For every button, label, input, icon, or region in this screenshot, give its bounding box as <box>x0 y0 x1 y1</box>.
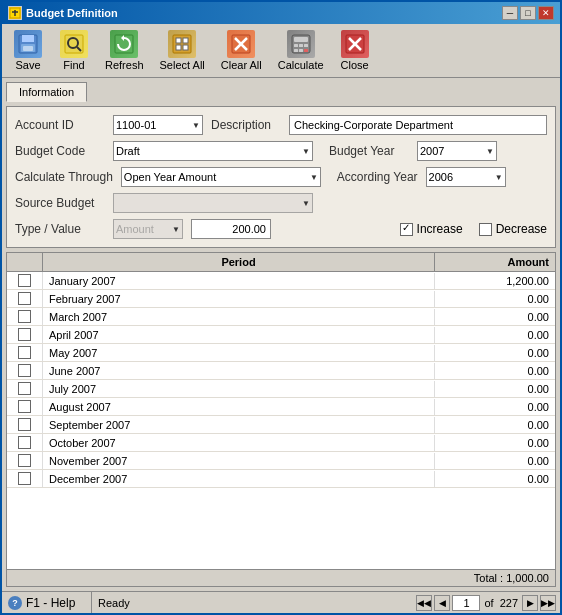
status-bar: ? F1 - Help Ready ◀◀ ◀ of 227 ▶ ▶▶ <box>2 591 560 613</box>
amount-cell: 0.00 <box>435 417 555 433</box>
budget-code-row: Budget Code Draft Final Approved Budget … <box>15 141 547 161</box>
budget-year-label: Budget Year <box>329 144 409 158</box>
table-row: March 2007 0.00 <box>7 308 555 326</box>
find-button[interactable]: Find <box>52 27 96 74</box>
row-check-cell <box>7 344 43 361</box>
main-window: Budget Definition ─ □ ✕ Save <box>0 0 562 615</box>
calculate-through-select[interactable]: Open Year Amount Closed Year Amount <box>121 167 321 187</box>
row-checkbox-8[interactable] <box>18 418 31 431</box>
period-cell: July 2007 <box>43 381 435 397</box>
amount-cell: 0.00 <box>435 327 555 343</box>
table-row: August 2007 0.00 <box>7 398 555 416</box>
account-row: Account ID 1100-01 Description <box>15 115 547 135</box>
row-checkbox-1[interactable] <box>18 292 31 305</box>
source-budget-label: Source Budget <box>15 196 105 210</box>
table-row: July 2007 0.00 <box>7 380 555 398</box>
first-page-button[interactable]: ◀◀ <box>416 595 432 611</box>
periods-grid: Period Amount January 2007 1,200.00 Febr… <box>6 252 556 587</box>
row-checkbox-5[interactable] <box>18 364 31 377</box>
prev-page-button[interactable]: ◀ <box>434 595 450 611</box>
decrease-checkbox-label[interactable]: Decrease <box>479 222 547 236</box>
row-check-cell <box>7 452 43 469</box>
increase-checkbox[interactable] <box>400 223 413 236</box>
description-input[interactable] <box>289 115 547 135</box>
account-id-select[interactable]: 1100-01 <box>113 115 203 135</box>
clear-all-label: Clear All <box>221 59 262 71</box>
refresh-button[interactable]: Refresh <box>98 27 151 74</box>
source-budget-select[interactable] <box>113 193 313 213</box>
table-row: May 2007 0.00 <box>7 344 555 362</box>
close-button[interactable]: Close <box>333 27 377 74</box>
budget-code-wrapper: Draft Final Approved <box>113 141 313 161</box>
tab-bar: Information <box>6 82 556 102</box>
amount-cell: 0.00 <box>435 399 555 415</box>
next-page-button[interactable]: ▶ <box>522 595 538 611</box>
amount-cell: 0.00 <box>435 309 555 325</box>
total-pages-label: 227 <box>498 597 520 609</box>
increase-checkbox-label[interactable]: Increase <box>400 222 463 236</box>
calculate-icon <box>287 30 315 58</box>
table-row: November 2007 0.00 <box>7 452 555 470</box>
row-check-cell <box>7 416 43 433</box>
value-input[interactable] <box>191 219 271 239</box>
close-label: Close <box>341 59 369 71</box>
row-check-cell <box>7 308 43 325</box>
amount-cell: 0.00 <box>435 291 555 307</box>
select-all-button[interactable]: Select All <box>153 27 212 74</box>
row-checkbox-11[interactable] <box>18 472 31 485</box>
row-checkbox-2[interactable] <box>18 310 31 323</box>
save-label: Save <box>15 59 40 71</box>
current-page-input[interactable] <box>452 595 480 611</box>
grid-body: January 2007 1,200.00 February 2007 0.00… <box>7 272 555 569</box>
row-checkbox-0[interactable] <box>18 274 31 287</box>
row-check-cell <box>7 290 43 307</box>
type-select[interactable]: Amount Percent <box>113 219 183 239</box>
total-bar: Total : 1,000.00 <box>7 569 555 586</box>
svg-rect-15 <box>176 45 181 50</box>
increase-label: Increase <box>417 222 463 236</box>
save-icon <box>14 30 42 58</box>
save-button[interactable]: Save <box>6 27 50 74</box>
table-row: February 2007 0.00 <box>7 290 555 308</box>
clear-all-button[interactable]: Clear All <box>214 27 269 74</box>
find-label: Find <box>63 59 84 71</box>
table-row: April 2007 0.00 <box>7 326 555 344</box>
row-checkbox-10[interactable] <box>18 454 31 467</box>
amount-cell: 0.00 <box>435 345 555 361</box>
row-check-cell <box>7 434 43 451</box>
description-label: Description <box>211 118 281 132</box>
decrease-checkbox[interactable] <box>479 223 492 236</box>
calculate-through-row: Calculate Through Open Year Amount Close… <box>15 167 547 187</box>
last-page-button[interactable]: ▶▶ <box>540 595 556 611</box>
row-checkbox-9[interactable] <box>18 436 31 449</box>
table-row: September 2007 0.00 <box>7 416 555 434</box>
amount-cell: 0.00 <box>435 453 555 469</box>
close-window-button[interactable]: ✕ <box>538 6 554 20</box>
close-toolbar-icon <box>341 30 369 58</box>
maximize-button[interactable]: □ <box>520 6 536 20</box>
row-checkbox-6[interactable] <box>18 382 31 395</box>
row-checkbox-4[interactable] <box>18 346 31 359</box>
row-checkbox-3[interactable] <box>18 328 31 341</box>
row-checkbox-7[interactable] <box>18 400 31 413</box>
according-year-select[interactable]: 2006 2005 2004 <box>426 167 506 187</box>
calculate-button[interactable]: Calculate <box>271 27 331 74</box>
svg-rect-25 <box>294 49 298 52</box>
svg-rect-4 <box>22 35 34 42</box>
tab-information[interactable]: Information <box>6 82 87 102</box>
svg-rect-16 <box>183 45 188 50</box>
check-column-header <box>7 253 43 271</box>
period-cell: June 2007 <box>43 363 435 379</box>
type-wrapper: Amount Percent <box>113 219 183 239</box>
content-area: Information Account ID 1100-01 Descripti… <box>2 78 560 591</box>
minimize-button[interactable]: ─ <box>502 6 518 20</box>
table-row: January 2007 1,200.00 <box>7 272 555 290</box>
period-cell: January 2007 <box>43 273 435 289</box>
row-check-cell <box>7 398 43 415</box>
svg-rect-23 <box>299 44 303 47</box>
budget-year-select[interactable]: 2007 2006 2005 <box>417 141 497 161</box>
table-row: December 2007 0.00 <box>7 470 555 488</box>
according-year-wrapper: 2006 2005 2004 <box>426 167 506 187</box>
budget-code-select[interactable]: Draft Final Approved <box>113 141 313 161</box>
type-value-row: Type / Value Amount Percent Increase <box>15 219 547 239</box>
